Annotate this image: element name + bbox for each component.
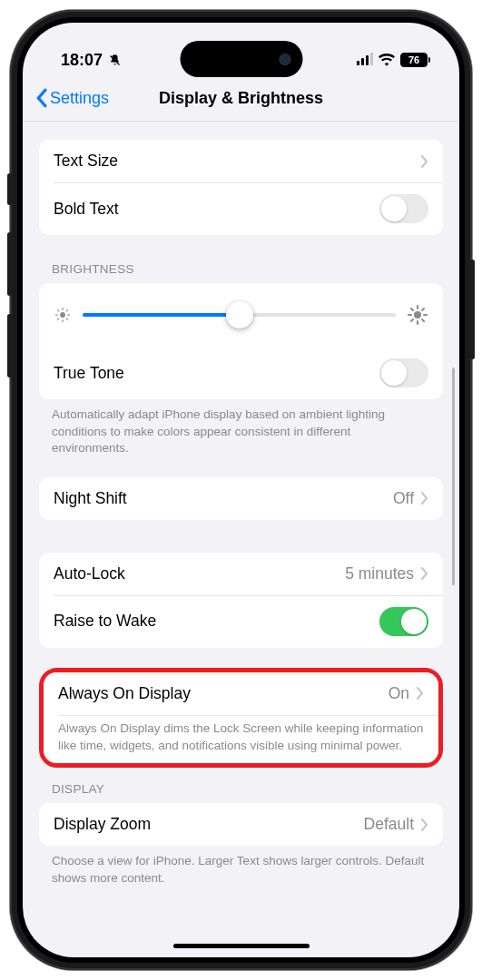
highlight-annotation: Always On Display On Always On Display d… [39, 668, 443, 768]
raise-to-wake-row: Raise to Wake [39, 595, 443, 648]
brightness-slider-row [39, 283, 443, 347]
always-on-display-row[interactable]: Always On Display On [44, 672, 438, 715]
text-size-row[interactable]: Text Size [39, 140, 443, 182]
svg-line-9 [66, 310, 67, 311]
bold-text-row: Bold Text [39, 182, 443, 235]
always-on-display-label: Always On Display [58, 684, 389, 703]
night-shift-value: Off [393, 489, 414, 508]
back-label: Settings [50, 89, 109, 108]
back-button[interactable]: Settings [35, 88, 109, 108]
brightness-slider[interactable] [83, 301, 396, 328]
front-camera [279, 54, 290, 65]
display-zoom-value: Default [364, 815, 414, 834]
display-header: DISPLAY [23, 782, 459, 803]
screen: 18:07 76 [23, 23, 459, 957]
svg-line-16 [422, 319, 424, 321]
status-time: 18:07 [61, 51, 103, 70]
svg-point-10 [414, 311, 421, 318]
volume-up-button [7, 232, 12, 296]
mute-icon [108, 53, 122, 68]
always-on-display-footer: Always On Display dims the Lock Screen w… [44, 715, 438, 763]
svg-line-15 [411, 309, 413, 310]
svg-point-1 [60, 312, 65, 318]
raise-to-wake-label: Raise to Wake [54, 612, 379, 631]
text-size-label: Text Size [54, 152, 421, 171]
night-shift-row[interactable]: Night Shift Off [39, 477, 443, 520]
auto-lock-label: Auto-Lock [54, 564, 345, 583]
navigation-bar: Settings Display & Brightness [23, 77, 459, 122]
wifi-icon [379, 54, 395, 66]
chevron-right-icon [421, 567, 428, 580]
battery-icon: 76 [400, 53, 430, 67]
chevron-right-icon [417, 687, 424, 700]
brightness-header: BRIGHTNESS [23, 262, 459, 283]
display-zoom-row[interactable]: Display Zoom Default [39, 803, 443, 846]
night-shift-label: Night Shift [54, 489, 393, 508]
chevron-right-icon [421, 492, 428, 505]
always-on-display-value: On [389, 684, 409, 703]
svg-line-18 [422, 309, 424, 310]
raise-to-wake-toggle[interactable] [379, 607, 428, 636]
display-zoom-label: Display Zoom [54, 815, 364, 834]
cellular-icon [357, 54, 373, 65]
svg-line-7 [66, 318, 67, 319]
true-tone-row: True Tone [39, 347, 443, 399]
true-tone-label: True Tone [54, 364, 379, 383]
phone-frame: 18:07 76 [10, 10, 472, 970]
display-zoom-footer: Choose a view for iPhone. Larger Text sh… [23, 846, 459, 887]
auto-lock-value: 5 minutes [345, 564, 414, 583]
sun-large-icon [407, 304, 428, 326]
volume-down-button [7, 314, 12, 377]
bold-text-toggle[interactable] [379, 194, 428, 223]
mute-switch [7, 173, 12, 205]
chevron-right-icon [421, 155, 428, 168]
true-tone-toggle[interactable] [379, 358, 428, 387]
svg-line-17 [411, 319, 413, 321]
dynamic-island [180, 41, 302, 77]
slider-fill [83, 313, 240, 317]
sun-small-icon [54, 306, 72, 324]
chevron-left-icon [35, 88, 47, 108]
scroll-indicator[interactable] [452, 368, 455, 585]
power-button [470, 260, 475, 359]
slider-thumb[interactable] [226, 301, 253, 328]
page-title: Display & Brightness [159, 89, 323, 108]
svg-line-6 [58, 310, 59, 311]
chevron-right-icon [421, 818, 428, 831]
true-tone-footer: Automatically adapt iPhone display based… [23, 399, 459, 457]
home-indicator[interactable] [173, 944, 310, 948]
auto-lock-row[interactable]: Auto-Lock 5 minutes [39, 553, 443, 595]
bold-text-label: Bold Text [54, 200, 379, 219]
svg-line-8 [58, 318, 59, 319]
